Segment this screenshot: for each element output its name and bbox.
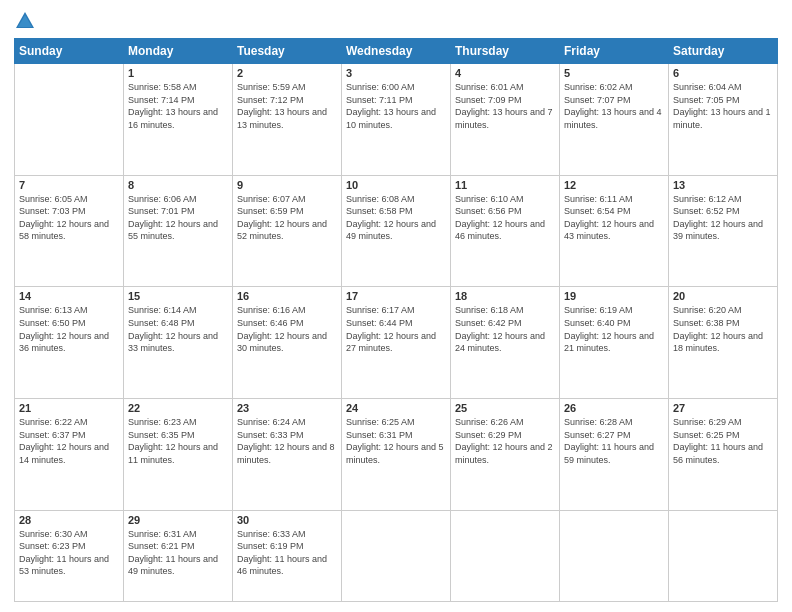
day-info: Sunrise: 6:14 AM Sunset: 6:48 PM Dayligh…: [128, 304, 228, 354]
page: SundayMondayTuesdayWednesdayThursdayFrid…: [0, 0, 792, 612]
calendar-cell: 30Sunrise: 6:33 AM Sunset: 6:19 PM Dayli…: [233, 510, 342, 601]
logo: [14, 10, 40, 32]
calendar-cell: 14Sunrise: 6:13 AM Sunset: 6:50 PM Dayli…: [15, 287, 124, 399]
week-row-1: 7Sunrise: 6:05 AM Sunset: 7:03 PM Daylig…: [15, 175, 778, 287]
calendar-cell: [560, 510, 669, 601]
col-header-sunday: Sunday: [15, 39, 124, 64]
day-info: Sunrise: 5:58 AM Sunset: 7:14 PM Dayligh…: [128, 81, 228, 131]
calendar-table: SundayMondayTuesdayWednesdayThursdayFrid…: [14, 38, 778, 602]
header: [14, 10, 778, 32]
calendar-cell: [15, 64, 124, 176]
week-row-3: 21Sunrise: 6:22 AM Sunset: 6:37 PM Dayli…: [15, 398, 778, 510]
day-info: Sunrise: 6:04 AM Sunset: 7:05 PM Dayligh…: [673, 81, 773, 131]
calendar-cell: 15Sunrise: 6:14 AM Sunset: 6:48 PM Dayli…: [124, 287, 233, 399]
calendar-cell: 26Sunrise: 6:28 AM Sunset: 6:27 PM Dayli…: [560, 398, 669, 510]
day-info: Sunrise: 6:13 AM Sunset: 6:50 PM Dayligh…: [19, 304, 119, 354]
calendar-cell: 18Sunrise: 6:18 AM Sunset: 6:42 PM Dayli…: [451, 287, 560, 399]
day-info: Sunrise: 6:17 AM Sunset: 6:44 PM Dayligh…: [346, 304, 446, 354]
day-info: Sunrise: 6:31 AM Sunset: 6:21 PM Dayligh…: [128, 528, 228, 578]
day-info: Sunrise: 6:06 AM Sunset: 7:01 PM Dayligh…: [128, 193, 228, 243]
day-number: 25: [455, 402, 555, 414]
calendar-cell: 6Sunrise: 6:04 AM Sunset: 7:05 PM Daylig…: [669, 64, 778, 176]
calendar-cell: 23Sunrise: 6:24 AM Sunset: 6:33 PM Dayli…: [233, 398, 342, 510]
col-header-friday: Friday: [560, 39, 669, 64]
day-info: Sunrise: 6:16 AM Sunset: 6:46 PM Dayligh…: [237, 304, 337, 354]
day-number: 13: [673, 179, 773, 191]
day-info: Sunrise: 6:25 AM Sunset: 6:31 PM Dayligh…: [346, 416, 446, 466]
day-number: 7: [19, 179, 119, 191]
calendar-cell: 25Sunrise: 6:26 AM Sunset: 6:29 PM Dayli…: [451, 398, 560, 510]
col-header-tuesday: Tuesday: [233, 39, 342, 64]
week-row-4: 28Sunrise: 6:30 AM Sunset: 6:23 PM Dayli…: [15, 510, 778, 601]
day-info: Sunrise: 6:23 AM Sunset: 6:35 PM Dayligh…: [128, 416, 228, 466]
calendar-cell: 5Sunrise: 6:02 AM Sunset: 7:07 PM Daylig…: [560, 64, 669, 176]
week-row-2: 14Sunrise: 6:13 AM Sunset: 6:50 PM Dayli…: [15, 287, 778, 399]
calendar-cell: 17Sunrise: 6:17 AM Sunset: 6:44 PM Dayli…: [342, 287, 451, 399]
day-number: 2: [237, 67, 337, 79]
day-number: 27: [673, 402, 773, 414]
calendar-cell: 10Sunrise: 6:08 AM Sunset: 6:58 PM Dayli…: [342, 175, 451, 287]
week-row-0: 1Sunrise: 5:58 AM Sunset: 7:14 PM Daylig…: [15, 64, 778, 176]
header-row: SundayMondayTuesdayWednesdayThursdayFrid…: [15, 39, 778, 64]
day-number: 23: [237, 402, 337, 414]
calendar-cell: 21Sunrise: 6:22 AM Sunset: 6:37 PM Dayli…: [15, 398, 124, 510]
calendar-cell: [342, 510, 451, 601]
col-header-monday: Monday: [124, 39, 233, 64]
day-number: 18: [455, 290, 555, 302]
col-header-saturday: Saturday: [669, 39, 778, 64]
day-number: 26: [564, 402, 664, 414]
calendar-cell: 4Sunrise: 6:01 AM Sunset: 7:09 PM Daylig…: [451, 64, 560, 176]
day-number: 15: [128, 290, 228, 302]
day-number: 12: [564, 179, 664, 191]
day-info: Sunrise: 6:28 AM Sunset: 6:27 PM Dayligh…: [564, 416, 664, 466]
day-info: Sunrise: 6:29 AM Sunset: 6:25 PM Dayligh…: [673, 416, 773, 466]
day-info: Sunrise: 6:08 AM Sunset: 6:58 PM Dayligh…: [346, 193, 446, 243]
day-info: Sunrise: 6:22 AM Sunset: 6:37 PM Dayligh…: [19, 416, 119, 466]
logo-icon: [14, 10, 36, 32]
calendar-cell: 9Sunrise: 6:07 AM Sunset: 6:59 PM Daylig…: [233, 175, 342, 287]
day-info: Sunrise: 6:33 AM Sunset: 6:19 PM Dayligh…: [237, 528, 337, 578]
calendar-cell: [451, 510, 560, 601]
day-number: 3: [346, 67, 446, 79]
day-number: 30: [237, 514, 337, 526]
calendar-cell: 7Sunrise: 6:05 AM Sunset: 7:03 PM Daylig…: [15, 175, 124, 287]
col-header-wednesday: Wednesday: [342, 39, 451, 64]
calendar-cell: [669, 510, 778, 601]
day-number: 4: [455, 67, 555, 79]
day-number: 19: [564, 290, 664, 302]
day-info: Sunrise: 6:02 AM Sunset: 7:07 PM Dayligh…: [564, 81, 664, 131]
calendar-cell: 29Sunrise: 6:31 AM Sunset: 6:21 PM Dayli…: [124, 510, 233, 601]
day-number: 24: [346, 402, 446, 414]
calendar-cell: 24Sunrise: 6:25 AM Sunset: 6:31 PM Dayli…: [342, 398, 451, 510]
day-number: 16: [237, 290, 337, 302]
calendar-cell: 16Sunrise: 6:16 AM Sunset: 6:46 PM Dayli…: [233, 287, 342, 399]
calendar-cell: 20Sunrise: 6:20 AM Sunset: 6:38 PM Dayli…: [669, 287, 778, 399]
calendar-cell: 11Sunrise: 6:10 AM Sunset: 6:56 PM Dayli…: [451, 175, 560, 287]
day-number: 5: [564, 67, 664, 79]
day-number: 1: [128, 67, 228, 79]
calendar-cell: 8Sunrise: 6:06 AM Sunset: 7:01 PM Daylig…: [124, 175, 233, 287]
day-info: Sunrise: 6:05 AM Sunset: 7:03 PM Dayligh…: [19, 193, 119, 243]
calendar-cell: 13Sunrise: 6:12 AM Sunset: 6:52 PM Dayli…: [669, 175, 778, 287]
day-info: Sunrise: 5:59 AM Sunset: 7:12 PM Dayligh…: [237, 81, 337, 131]
calendar-cell: 27Sunrise: 6:29 AM Sunset: 6:25 PM Dayli…: [669, 398, 778, 510]
day-info: Sunrise: 6:18 AM Sunset: 6:42 PM Dayligh…: [455, 304, 555, 354]
day-number: 17: [346, 290, 446, 302]
day-number: 28: [19, 514, 119, 526]
day-info: Sunrise: 6:00 AM Sunset: 7:11 PM Dayligh…: [346, 81, 446, 131]
day-number: 6: [673, 67, 773, 79]
day-info: Sunrise: 6:12 AM Sunset: 6:52 PM Dayligh…: [673, 193, 773, 243]
calendar-cell: 12Sunrise: 6:11 AM Sunset: 6:54 PM Dayli…: [560, 175, 669, 287]
day-number: 9: [237, 179, 337, 191]
day-info: Sunrise: 6:19 AM Sunset: 6:40 PM Dayligh…: [564, 304, 664, 354]
day-info: Sunrise: 6:24 AM Sunset: 6:33 PM Dayligh…: [237, 416, 337, 466]
day-number: 20: [673, 290, 773, 302]
calendar-cell: 28Sunrise: 6:30 AM Sunset: 6:23 PM Dayli…: [15, 510, 124, 601]
day-number: 8: [128, 179, 228, 191]
day-info: Sunrise: 6:07 AM Sunset: 6:59 PM Dayligh…: [237, 193, 337, 243]
day-info: Sunrise: 6:26 AM Sunset: 6:29 PM Dayligh…: [455, 416, 555, 466]
calendar-cell: 2Sunrise: 5:59 AM Sunset: 7:12 PM Daylig…: [233, 64, 342, 176]
day-info: Sunrise: 6:10 AM Sunset: 6:56 PM Dayligh…: [455, 193, 555, 243]
day-info: Sunrise: 6:01 AM Sunset: 7:09 PM Dayligh…: [455, 81, 555, 131]
day-number: 21: [19, 402, 119, 414]
